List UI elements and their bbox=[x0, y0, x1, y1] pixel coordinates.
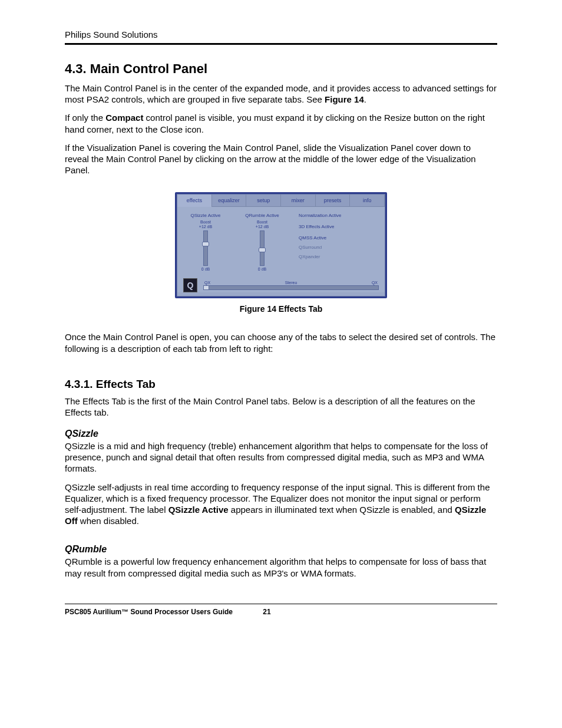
section-heading-main-control-panel: 4.3. Main Control Panel bbox=[65, 61, 497, 77]
page-header: Philips Sound Solutions bbox=[65, 29, 497, 39]
paragraph: QRumble is a powerful low frequency enha… bbox=[65, 556, 497, 578]
qsizzle-boost-label: Boost bbox=[186, 220, 226, 224]
qsizzle-zero-label: 0 dB bbox=[186, 267, 226, 271]
figure-ref: Figure 14 bbox=[325, 94, 364, 104]
text: If only the bbox=[65, 113, 105, 123]
compact-ref: Compact bbox=[105, 113, 143, 123]
paragraph: If the Visualization Panel is covering t… bbox=[65, 142, 497, 176]
paragraph: The Effects Tab is the first of the Main… bbox=[65, 396, 497, 418]
tab-presets[interactable]: presets bbox=[316, 195, 351, 207]
3d-effects-status[interactable]: 3D Effects Active bbox=[299, 224, 376, 229]
qmss-option[interactable]: QMSS Active bbox=[299, 235, 376, 241]
qsizzle-status: QSizzle Active bbox=[186, 213, 226, 218]
qrumble-status: QRumble Active bbox=[242, 213, 282, 218]
paragraph: The Main Control Panel is in the center … bbox=[65, 83, 497, 105]
section-heading-effects-tab: 4.3.1. Effects Tab bbox=[65, 378, 497, 391]
text: . bbox=[364, 94, 366, 104]
qsurround-option[interactable]: QSurround bbox=[299, 245, 376, 250]
feature-heading-qrumble: QRumble bbox=[65, 544, 497, 555]
qx-right-label: QX bbox=[372, 281, 378, 285]
footer-doc-title: PSC805 Aurilium™ Sound Processor Users G… bbox=[65, 608, 233, 616]
qrumble-max-label: +12 dB bbox=[242, 225, 282, 229]
figure-14: effects equalizer setup mixer presets in… bbox=[65, 192, 497, 314]
tab-bar: effects equalizer setup mixer presets in… bbox=[177, 195, 385, 207]
effects-options: Normalization Active 3D Effects Active Q… bbox=[299, 213, 376, 271]
slider-thumb[interactable] bbox=[259, 248, 266, 252]
page-footer: PSC805 Aurilium™ Sound Processor Users G… bbox=[65, 608, 497, 616]
paragraph: QSizzle self-adjusts in real time accord… bbox=[65, 482, 497, 527]
qsizzle-control: QSizzle Active Boost +12 dB 0 dB bbox=[186, 213, 226, 271]
qx-left-label: QX bbox=[204, 281, 210, 285]
qrumble-zero-label: 0 dB bbox=[242, 267, 282, 271]
qxpander-option[interactable]: QXpander bbox=[299, 254, 376, 259]
control-panel: effects equalizer setup mixer presets in… bbox=[175, 192, 387, 298]
tab-effects[interactable]: effects bbox=[177, 195, 212, 207]
qsizzle-active-ref: QSizzle Active bbox=[168, 505, 229, 515]
qrumble-slider[interactable] bbox=[260, 230, 265, 266]
qrumble-control: QRumble Active Boost +12 dB 0 dB bbox=[242, 213, 282, 271]
paragraph: If only the Compact control panel is vis… bbox=[65, 112, 497, 134]
footer-page-number: 21 bbox=[263, 608, 270, 616]
q-logo-icon: Q bbox=[183, 278, 197, 292]
tab-info[interactable]: info bbox=[350, 195, 385, 207]
normalization-status[interactable]: Normalization Active bbox=[299, 213, 376, 218]
text: The Main Control Panel is in the center … bbox=[65, 83, 497, 104]
stereo-label: Stereo bbox=[285, 281, 297, 285]
figure-caption: Figure 14 Effects Tab bbox=[65, 304, 497, 314]
stereo-slider[interactable] bbox=[203, 285, 379, 290]
slider-thumb[interactable] bbox=[202, 242, 209, 246]
text: when disabled. bbox=[78, 516, 139, 526]
tab-mixer[interactable]: mixer bbox=[281, 195, 316, 207]
qrumble-boost-label: Boost bbox=[242, 220, 282, 224]
feature-heading-qsizzle: QSizzle bbox=[65, 429, 497, 439]
tab-setup[interactable]: setup bbox=[246, 195, 281, 207]
stereo-control: QX Stereo QX bbox=[203, 281, 379, 290]
tab-equalizer[interactable]: equalizer bbox=[212, 195, 247, 207]
text: appears in illuminated text when QSizzle… bbox=[229, 505, 455, 515]
header-rule bbox=[65, 43, 497, 45]
footer-rule bbox=[65, 604, 497, 604]
paragraph: Once the Main Control Panel is open, you… bbox=[65, 331, 497, 354]
paragraph: QSizzle is a mid and high frequency (tre… bbox=[65, 440, 497, 475]
qsizzle-max-label: +12 dB bbox=[186, 225, 226, 229]
qsizzle-slider[interactable] bbox=[203, 230, 208, 266]
